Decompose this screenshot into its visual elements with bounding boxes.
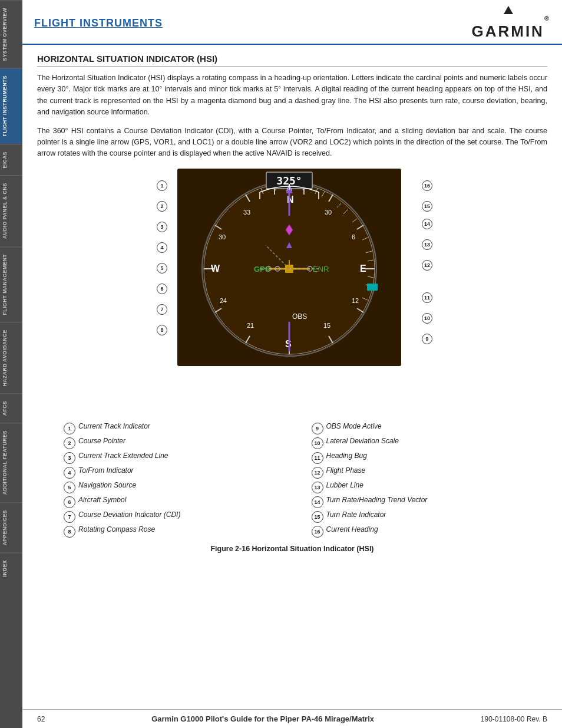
legend-right: 9 OBS Mode Active 10 Lateral Deviation S… xyxy=(312,422,548,540)
legend-num-14: 14 xyxy=(312,496,323,508)
callout-7: 7 xyxy=(157,304,167,315)
legend-num-16: 16 xyxy=(312,526,323,538)
legend-num-10: 10 xyxy=(312,437,323,449)
callout-8: 8 xyxy=(157,325,167,335)
legend-text-9: OBS Mode Active xyxy=(326,422,382,431)
figure-caption: Figure 2-16 Horizontal Situation Indicat… xyxy=(37,545,547,553)
paragraph-2: The 360° HSI contains a Course Deviation… xyxy=(37,126,547,160)
sidebar-item-audio-panel[interactable]: AUDIO PANEL & CNS xyxy=(0,175,22,246)
footer-center-text: Garmin G1000 Pilot's Guide for the Piper… xyxy=(151,714,374,723)
legend-num-6: 6 xyxy=(64,496,75,508)
svg-text:33: 33 xyxy=(243,209,250,216)
sidebar-item-flight-instruments[interactable]: FLIGHT INSTRUMENTS xyxy=(0,68,22,143)
page-title: FLIGHT INSTRUMENTS xyxy=(34,17,163,29)
legend-text-10: Lateral Deviation Scale xyxy=(326,437,399,446)
callout-13: 13 xyxy=(422,239,432,250)
callout-2: 2 xyxy=(157,201,167,212)
svg-text:W: W xyxy=(211,263,220,274)
sidebar-item-afcs[interactable]: AFCS xyxy=(0,393,22,423)
garmin-logo: GARMIN ® xyxy=(471,6,550,41)
legend-text-2: Course Pointer xyxy=(78,437,125,446)
callout-15: 15 xyxy=(422,201,432,212)
sidebar-item-eicas[interactable]: EICAS xyxy=(0,144,22,175)
callout-16: 16 xyxy=(422,180,432,191)
svg-text:GPS: GPS xyxy=(254,265,270,274)
page-header: FLIGHT INSTRUMENTS GARMIN ® xyxy=(22,0,562,45)
legend-text-11: Heading Bug xyxy=(326,452,367,461)
legend-item-14: 14 Turn Rate/Heading Trend Vector xyxy=(312,496,548,508)
legend-num-11: 11 xyxy=(312,452,323,464)
legend-num-2: 2 xyxy=(64,437,75,449)
legend-num-9: 9 xyxy=(312,423,323,434)
callout-12: 12 xyxy=(422,260,432,271)
page-footer: 62 Garmin G1000 Pilot's Guide for the Pi… xyxy=(22,709,562,728)
legend-item-4: 4 To/From Indicator xyxy=(64,466,300,479)
main-content: FLIGHT INSTRUMENTS GARMIN ® HORIZONTAL S… xyxy=(22,0,562,728)
legend-num-12: 12 xyxy=(312,467,323,479)
svg-text:15: 15 xyxy=(323,322,330,329)
legend-item-10: 10 Lateral Deviation Scale xyxy=(312,437,548,449)
callout-4: 4 xyxy=(157,242,167,253)
legend-item-12: 12 Flight Phase xyxy=(312,466,548,479)
legend-num-5: 5 xyxy=(64,482,75,493)
legend-item-3: 3 Current Track Extended Line xyxy=(64,452,300,464)
legend-text-7: Course Deviation Indicator (CDI) xyxy=(78,510,180,520)
hsi-svg: N E S W 30 6 12 15 21 24 30 33 325° xyxy=(177,169,401,366)
legend-num-3: 3 xyxy=(64,452,75,464)
svg-rect-60 xyxy=(367,284,378,291)
legend-area: 1 Current Track Indicator 2 Course Point… xyxy=(64,422,547,540)
svg-text:30: 30 xyxy=(325,209,332,216)
svg-text:ENR: ENR xyxy=(313,265,329,274)
svg-text:N: N xyxy=(287,195,294,205)
sidebar-item-index[interactable]: INDEX xyxy=(0,552,22,584)
legend-item-15: 15 Turn Rate Indicator xyxy=(312,510,548,523)
legend-text-3: Current Track Extended Line xyxy=(78,452,168,461)
footer-right-text: 190-01108-00 Rev. B xyxy=(481,715,547,723)
legend-item-9: 9 OBS Mode Active xyxy=(312,422,548,434)
legend-item-11: 11 Heading Bug xyxy=(312,452,548,464)
sidebar-item-system-overview[interactable]: SYSTEM OVERVIEW xyxy=(0,0,22,68)
legend-text-5: Navigation Source xyxy=(78,481,136,490)
page-content: HORIZONTAL SITUATION INDICATOR (HSI) The… xyxy=(22,45,562,709)
legend-text-13: Lubber Line xyxy=(326,481,363,490)
garmin-triangle-icon xyxy=(504,6,513,14)
sidebar-item-flight-management[interactable]: FLIGHT MANAGEMENT xyxy=(0,246,22,322)
legend-num-13: 13 xyxy=(312,482,323,493)
garmin-wordmark: GARMIN xyxy=(471,22,544,41)
legend-num-1: 1 xyxy=(64,423,75,434)
hsi-diagram-container: N E S W 30 6 12 15 21 24 30 33 325° xyxy=(37,169,547,416)
svg-text:OBS: OBS xyxy=(292,312,307,321)
legend-text-1: Current Track Indicator xyxy=(78,422,150,431)
svg-text:30: 30 xyxy=(219,233,226,241)
callout-3: 3 xyxy=(157,222,167,232)
paragraph-1: The Horizontal Situation Indicator (HSI)… xyxy=(37,73,547,118)
svg-text:6: 6 xyxy=(352,233,355,241)
legend-item-7: 7 Course Deviation Indicator (CDI) xyxy=(64,510,300,523)
svg-text:12: 12 xyxy=(352,297,359,304)
svg-text:21: 21 xyxy=(247,322,254,329)
legend-item-1: 1 Current Track Indicator xyxy=(64,422,300,434)
legend-item-13: 13 Lubber Line xyxy=(312,481,548,493)
legend-item-5: 5 Navigation Source xyxy=(64,481,300,493)
legend-item-8: 8 Rotating Compass Rose xyxy=(64,525,300,538)
callout-5: 5 xyxy=(157,263,167,274)
legend-text-12: Flight Phase xyxy=(326,466,366,476)
legend-item-2: 2 Course Pointer xyxy=(64,437,300,449)
callout-11: 11 xyxy=(422,292,432,303)
legend-num-7: 7 xyxy=(64,511,75,523)
sidebar-item-appendices[interactable]: APPENDICES xyxy=(0,502,22,552)
legend-text-15: Turn Rate Indicator xyxy=(326,510,386,520)
sidebar-item-hazard-avoidance[interactable]: HAZARD AVOIDANCE xyxy=(0,322,22,393)
legend-text-14: Turn Rate/Heading Trend Vector xyxy=(326,496,428,505)
callout-14: 14 xyxy=(422,219,432,229)
legend-num-4: 4 xyxy=(64,467,75,479)
callout-1: 1 xyxy=(157,180,167,191)
sidebar: SYSTEM OVERVIEW FLIGHT INSTRUMENTS EICAS… xyxy=(0,0,22,728)
section-title: HORIZONTAL SITUATION INDICATOR (HSI) xyxy=(37,54,547,67)
legend-text-8: Rotating Compass Rose xyxy=(78,525,155,535)
callout-9: 9 xyxy=(422,334,432,344)
callout-6: 6 xyxy=(157,284,167,294)
sidebar-item-additional-features[interactable]: ADDITIONAL FEATURES xyxy=(0,423,22,502)
legend-item-6: 6 Aircraft Symbol xyxy=(64,496,300,508)
page-number: 62 xyxy=(37,715,45,723)
